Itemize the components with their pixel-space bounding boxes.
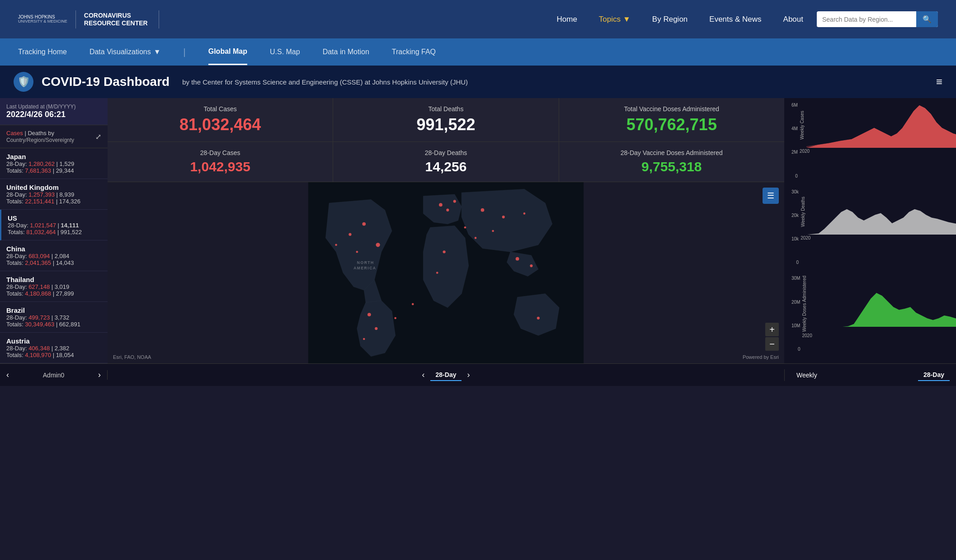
map-zoom-in-button[interactable]: +: [765, 323, 779, 336]
svg-point-3: [376, 243, 380, 247]
svg-text:NORTH: NORTH: [357, 260, 374, 265]
svg-point-10: [446, 209, 449, 212]
world-map-svg: NORTH AMERICA: [108, 182, 784, 363]
weekly-cases-label: Weekly Cases: [800, 111, 805, 140]
svg-point-8: [363, 338, 365, 340]
deaths-chart-svg: [807, 189, 956, 235]
map-container[interactable]: NORTH AMERICA ☰ + − Esri, FAO, NOAA Powe…: [108, 182, 784, 363]
bottom-bar: ‹ Admin0 › ‹ 28-Day › Weekly 28-Day: [0, 363, 956, 386]
svg-point-23: [475, 237, 477, 239]
search-input[interactable]: [817, 12, 916, 27]
cases-y-ticks: 6M 4M 2M 0: [791, 103, 798, 186]
weekly-deaths-chart: 30k 20k 10k 0 Weekly Deaths: [791, 189, 949, 273]
day28-deaths-label: 28-Day Deaths: [344, 149, 547, 156]
nav-topics-button[interactable]: Topics ▼: [599, 15, 631, 24]
total-cases-value: 81,032,464: [118, 115, 322, 134]
nav-about[interactable]: About: [783, 15, 803, 24]
country-list-header: Cases | Deaths by Country/Region/Soverei…: [0, 125, 108, 148]
stats-bottom-row: 28-Day Cases 1,042,935 28-Day Deaths 14,…: [108, 142, 784, 182]
bottom-right-tab-28day[interactable]: 28-Day: [918, 369, 950, 381]
bottom-right-tab-weekly[interactable]: Weekly: [791, 370, 823, 381]
weekly-cases-chart: 6M 4M 2M 0 Weekly Cases: [791, 103, 949, 186]
nav-tracking-faq[interactable]: Tracking FAQ: [392, 40, 436, 64]
svg-point-24: [492, 230, 494, 232]
stats-and-map: Total Cases 81,032,464 Total Deaths 991,…: [108, 98, 784, 363]
day28-vaccine-value: 9,755,318: [570, 159, 773, 174]
bottom-tab-28day[interactable]: 28-Day: [430, 369, 462, 381]
nav-tracking-home[interactable]: Tracking Home: [18, 40, 67, 64]
map-list-button[interactable]: ☰: [763, 188, 779, 204]
day28-vaccine-label: 28-Day Vaccine Doses Administered: [570, 149, 773, 156]
day28-cases-label: 28-Day Cases: [118, 149, 322, 156]
day28-cases-value: 1,042,935: [118, 159, 322, 174]
admin-next-button[interactable]: ›: [98, 370, 101, 380]
center-prev-button[interactable]: ‹: [422, 370, 425, 380]
top-navigation: JOHNS HOPKINS UNIVERSITY & MEDICINE CORO…: [0, 0, 956, 38]
nav-events-news[interactable]: Events & News: [709, 15, 761, 24]
total-vaccine-box: Total Vaccine Doses Administered 570,762…: [559, 98, 784, 141]
bottom-nav-right: Weekly 28-Day: [784, 369, 956, 381]
doses-y-ticks: 30M 20M 10M 0: [791, 276, 800, 359]
expand-icon[interactable]: ⤢: [95, 132, 101, 141]
country-item[interactable]: Thailand 28-Day: 627,148 | 3,019 Totals:…: [0, 271, 108, 302]
map-powered-by: Powered by Esri: [743, 354, 779, 360]
left-sidebar: Last Updated at (M/D/YYYY) 2022/4/26 06:…: [0, 98, 108, 363]
nav-home[interactable]: Home: [556, 15, 577, 24]
country-item[interactable]: Brazil 28-Day: 499,723 | 3,732 Totals: 3…: [0, 302, 108, 333]
nav-data-motion[interactable]: Data in Motion: [323, 40, 369, 64]
day28-vaccine-box: 28-Day Vaccine Doses Administered 9,755,…: [559, 142, 784, 182]
svg-point-15: [516, 257, 519, 261]
total-deaths-value: 991,522: [344, 115, 547, 134]
deaths-x-labels: 2020 2021: [801, 235, 956, 240]
total-vaccine-label: Total Vaccine Doses Administered: [570, 105, 773, 113]
hamburger-menu[interactable]: ≡: [936, 75, 942, 88]
cases-filter[interactable]: Cases: [6, 130, 23, 136]
svg-point-4: [356, 251, 358, 253]
total-deaths-box: Total Deaths 991,522: [333, 98, 559, 141]
total-cases-label: Total Cases: [118, 105, 322, 113]
svg-point-20: [412, 303, 414, 306]
svg-point-22: [464, 226, 466, 229]
svg-point-18: [436, 272, 438, 274]
day28-deaths-value: 14,256: [344, 159, 547, 174]
svg-point-11: [453, 200, 456, 202]
svg-point-16: [530, 264, 532, 267]
center-next-button[interactable]: ›: [467, 370, 470, 380]
svg-point-14: [523, 212, 526, 215]
nav-by-region[interactable]: By Region: [652, 15, 688, 24]
shield-icon: 🛡️: [14, 72, 33, 92]
country-item[interactable]: United Kingdom 28-Day: 1,257,393 | 8,939…: [0, 179, 108, 210]
secondary-navigation: Tracking Home Data Visualizations ▼ | Gl…: [0, 38, 956, 66]
cases-chart-svg: [806, 103, 956, 148]
doses-x-labels: 2020 2021: [802, 333, 956, 338]
svg-point-19: [537, 317, 540, 320]
country-item[interactable]: Japan 28-Day: 1,280,262 | 1,529 Totals: …: [0, 148, 108, 179]
total-cases-box: Total Cases 81,032,464: [108, 98, 333, 141]
svg-point-21: [394, 317, 396, 319]
country-item[interactable]: US 28-Day: 1,021,547 | 14,111 Totals: 81…: [0, 210, 108, 240]
country-item[interactable]: Austria 28-Day: 406,348 | 2,382 Totals: …: [0, 333, 108, 363]
admin-prev-button[interactable]: ‹: [6, 370, 9, 380]
nav-us-map[interactable]: U.S. Map: [270, 40, 300, 64]
dashboard-header: 🛡️ COVID-19 Dashboard by the Center for …: [0, 66, 956, 98]
deaths-filter[interactable]: Deaths by: [28, 130, 54, 136]
svg-point-5: [335, 244, 337, 246]
svg-point-9: [439, 203, 443, 207]
nav-global-map[interactable]: Global Map: [208, 39, 247, 65]
admin-label: Admin0: [43, 372, 64, 379]
nav-data-vis[interactable]: Data Visualizations ▼: [89, 48, 161, 56]
svg-point-6: [367, 313, 371, 316]
svg-point-13: [502, 216, 505, 218]
svg-text:AMERICA: AMERICA: [353, 266, 376, 270]
search-button[interactable]: 🔍: [916, 11, 938, 27]
update-box: Last Updated at (M/D/YYYY) 2022/4/26 06:…: [0, 98, 108, 125]
svg-point-7: [375, 327, 377, 330]
weekly-deaths-label: Weekly Deaths: [801, 197, 805, 227]
search-box: 🔍: [817, 11, 938, 27]
deaths-y-ticks: 30k 20k 10k 0: [791, 189, 799, 273]
cases-x-labels: 2020 2021: [800, 149, 956, 154]
map-zoom-out-button[interactable]: −: [765, 337, 779, 351]
svg-point-17: [443, 250, 446, 253]
top-nav-links: Home Topics ▼ By Region Events & News Ab…: [556, 15, 803, 24]
country-item[interactable]: China 28-Day: 683,094 | 2,084 Totals: 2,…: [0, 240, 108, 271]
